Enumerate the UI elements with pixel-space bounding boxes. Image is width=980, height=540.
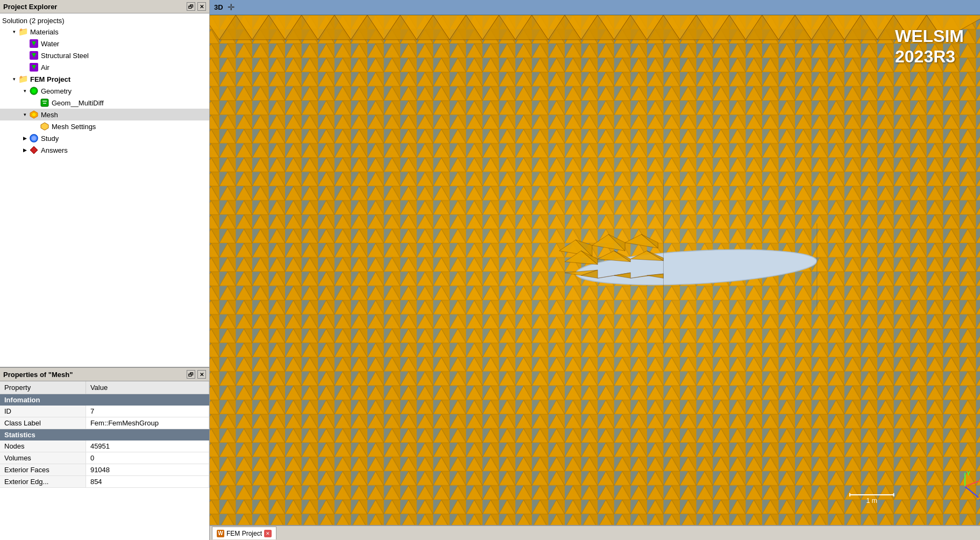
svg-point-7: [32, 89, 36, 93]
property-row-volumes: Volumes 0: [0, 452, 209, 464]
geom-multidiff-icon: [40, 98, 49, 108]
spacer-water: [22, 40, 28, 47]
tab-label: FEM Project: [226, 530, 262, 537]
viewport-canvas[interactable]: 1 m Y Z X WELSIM 2023R3: [210, 15, 980, 525]
svg-marker-12: [32, 112, 36, 117]
geom-multidiff-label: Geom__MultiDiff: [52, 99, 104, 107]
tree-item-mesh[interactable]: ▾ Mesh: [0, 109, 209, 120]
tree-item-materials[interactable]: ▾ 📁 Materials: [0, 26, 209, 38]
property-class-value: Fem::FemMeshGroup: [86, 417, 209, 429]
property-row-id: ID 7: [0, 406, 209, 417]
viewport-header: 3D ✛: [210, 0, 980, 15]
property-id-value: 7: [86, 406, 209, 417]
project-explorer-close-btn[interactable]: ✕: [197, 2, 206, 11]
tree-item-answers[interactable]: ▶ Answers: [0, 144, 209, 156]
tab-w-icon: W: [217, 530, 224, 537]
solution-label: Solution (2 projects): [0, 16, 209, 26]
answers-icon: [29, 145, 39, 155]
property-exterior-faces-value: 91048: [86, 464, 209, 476]
spacer-air: [22, 64, 28, 70]
svg-point-15: [32, 136, 36, 140]
properties-title: Properties of "Mesh": [3, 371, 73, 379]
expand-answers-icon: ▶: [22, 147, 28, 153]
expand-geometry-icon: ▾: [22, 88, 28, 94]
svg-marker-16: [30, 146, 38, 154]
material-water-icon: [29, 39, 39, 48]
viewport-3d-label: 3D: [214, 3, 223, 11]
svg-marker-13: [41, 123, 48, 130]
property-exterior-edges-value: 854: [86, 476, 209, 488]
svg-rect-9: [42, 101, 47, 102]
property-row-class-label: Class Label Fem::FemMeshGroup: [0, 417, 209, 429]
property-col-header: Property: [0, 381, 86, 394]
property-exterior-edges-label: Exterior Edg...: [0, 476, 86, 488]
properties-restore-btn[interactable]: 🗗: [187, 370, 195, 379]
spacer-mesh-settings: [32, 123, 39, 130]
property-nodes-label: Nodes: [0, 440, 86, 452]
mesh-settings-label: Mesh Settings: [52, 123, 96, 131]
project-explorer-title: Project Explorer: [3, 3, 57, 11]
expand-study-icon: ▶: [22, 135, 28, 141]
materials-label: Materials: [30, 28, 59, 36]
information-section-header: Infomation: [0, 394, 209, 406]
property-volumes-value: 0: [86, 452, 209, 464]
project-explorer-restore-btn[interactable]: 🗗: [187, 2, 195, 11]
mesh-label: Mesh: [41, 111, 58, 119]
svg-rect-10: [43, 103, 46, 104]
value-col-header: Value: [86, 381, 209, 394]
geometry-label: Geometry: [41, 87, 72, 95]
project-explorer-header: Project Explorer 🗗 ✕: [0, 0, 209, 13]
tree-item-air[interactable]: Air: [0, 61, 209, 73]
study-label: Study: [41, 134, 59, 143]
property-row-exterior-edges: Exterior Edg... 854: [0, 476, 209, 488]
property-nodes-value: 45951: [86, 440, 209, 452]
mesh-settings-icon: [40, 122, 49, 131]
fem-project-label: FEM Project: [30, 75, 70, 83]
property-id-label: ID: [0, 406, 86, 417]
water-label: Water: [41, 40, 59, 48]
folder-materials-icon: 📁: [18, 27, 28, 37]
study-icon: [29, 133, 39, 143]
tree-item-geom-multidiff[interactable]: Geom__MultiDiff: [0, 97, 209, 109]
answers-label: Answers: [41, 146, 68, 154]
geometry-icon: [29, 86, 39, 96]
expand-materials-icon: ▾: [11, 29, 17, 35]
svg-text:Y: Y: [967, 470, 971, 477]
properties-close-btn[interactable]: ✕: [197, 370, 206, 379]
mesh-icon: [29, 110, 39, 119]
property-class-label: Class Label: [0, 417, 86, 429]
material-steel-icon: [29, 51, 39, 60]
property-exterior-faces-label: Exterior Faces: [0, 464, 86, 476]
properties-header: Properties of "Mesh" 🗗 ✕: [0, 368, 209, 381]
tree-item-study[interactable]: ▶ Study: [0, 132, 209, 144]
tree-item-water[interactable]: Water: [0, 38, 209, 49]
expand-mesh-icon: ▾: [22, 111, 28, 118]
properties-table: Property Value Infomation ID 7: [0, 381, 209, 488]
svg-text:1 m: 1 m: [867, 497, 877, 505]
tree-item-fem-project[interactable]: ▾ 📁 FEM Project: [0, 73, 209, 85]
fem-project-tab[interactable]: W FEM Project ✕: [212, 527, 276, 539]
expand-fem-project-icon: ▾: [11, 76, 17, 82]
tab-close-btn[interactable]: ✕: [264, 530, 272, 537]
spacer-geom: [32, 100, 39, 106]
tree-item-structural-steel[interactable]: Structural Steel: [0, 49, 209, 61]
folder-fem-icon: 📁: [18, 74, 28, 84]
air-label: Air: [41, 63, 49, 72]
spacer-steel: [22, 52, 28, 59]
project-tree: Solution (2 projects) ▾ 📁 Materials: [0, 13, 209, 367]
property-row-nodes: Nodes 45951: [0, 440, 209, 452]
properties-panel: Properties of "Mesh" 🗗 ✕ Property Value: [0, 368, 209, 540]
viewport-container: 3D ✛: [210, 0, 980, 540]
tree-item-geometry[interactable]: ▾ Geometry: [0, 85, 209, 97]
bottom-tabbar: W FEM Project ✕: [210, 525, 980, 540]
property-volumes-label: Volumes: [0, 452, 86, 464]
material-air-icon: [29, 62, 39, 72]
viewport-move-icon[interactable]: ✛: [228, 2, 235, 12]
tree-item-mesh-settings[interactable]: Mesh Settings: [0, 120, 209, 132]
property-row-exterior-faces: Exterior Faces 91048: [0, 464, 209, 476]
structural-steel-label: Structural Steel: [41, 52, 89, 60]
statistics-section-header: Statistics: [0, 429, 209, 441]
